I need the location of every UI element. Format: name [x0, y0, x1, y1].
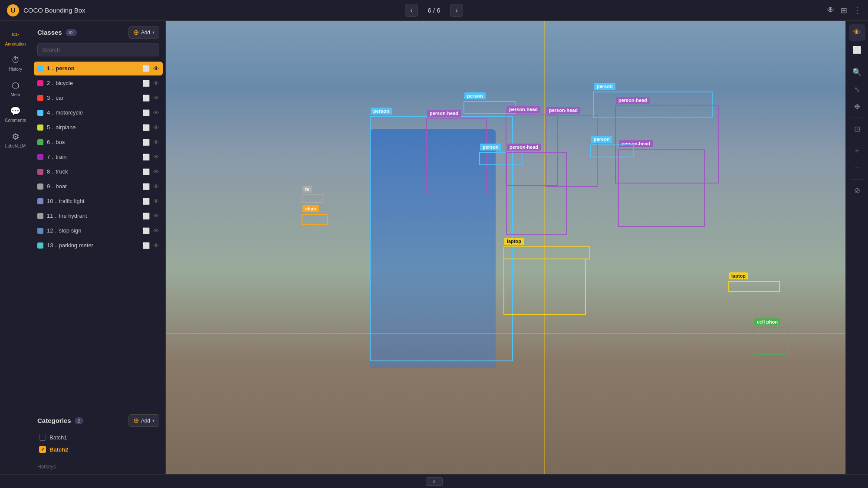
- class-eye-icon[interactable]: 👁: [153, 168, 159, 175]
- class-rect-icon[interactable]: ⬜: [142, 198, 150, 205]
- class-rect-icon[interactable]: ⬜: [142, 242, 150, 249]
- class-item-actions: ⬜ 👁: [142, 198, 159, 205]
- grid-topbar-icon[interactable]: ⊞: [841, 6, 847, 15]
- class-eye-icon[interactable]: 👁: [153, 213, 159, 219]
- sidebar-item-meta[interactable]: ⬡ Meta: [3, 77, 29, 101]
- class-item-fire-hydrant[interactable]: 11．fire hydrant ⬜ 👁: [34, 209, 163, 223]
- category-checkbox[interactable]: [39, 446, 46, 453]
- class-eye-icon[interactable]: 👁: [153, 242, 159, 249]
- class-item-label: 1．person: [47, 65, 139, 72]
- sidebar-icons: ✏ Annotation ⏱ History ⬡ Meta 💬 Comments…: [0, 21, 31, 474]
- class-search-input[interactable]: [37, 43, 159, 56]
- add-category-button[interactable]: ⊕ Add ▾: [128, 414, 159, 427]
- categories-header: Categories 2 ⊕ Add ▾: [37, 414, 159, 427]
- classes-title: Classes: [37, 29, 62, 36]
- eye-right-button[interactable]: 👁: [849, 24, 865, 41]
- comments-label: Comments: [5, 118, 26, 123]
- class-rect-icon[interactable]: ⬜: [142, 139, 150, 146]
- class-eye-icon[interactable]: 👁: [153, 80, 159, 87]
- sidebar-item-annotation[interactable]: ✏ Annotation: [3, 26, 29, 50]
- class-item-parking-meter[interactable]: 13．parking meter ⬜ 👁: [34, 239, 163, 252]
- classes-title-group: Classes 82: [37, 29, 77, 36]
- class-eye-icon[interactable]: 👁: [153, 154, 159, 160]
- class-color-dot: [37, 242, 43, 249]
- categories-count-badge: 2: [75, 417, 83, 424]
- class-color-dot: [37, 139, 43, 145]
- class-eye-icon[interactable]: 👁: [153, 198, 159, 205]
- class-eye-icon[interactable]: 👁: [153, 139, 159, 146]
- class-eye-icon[interactable]: 👁: [153, 109, 159, 116]
- class-rect-icon[interactable]: ⬜: [142, 154, 150, 160]
- class-eye-icon[interactable]: 👁: [153, 124, 159, 131]
- class-item-bicycle[interactable]: 2．bicycle ⬜ 👁: [34, 76, 163, 90]
- toolbar-divider-1: [851, 61, 864, 61]
- person-silhouette-1: [370, 129, 496, 368]
- transform-right-button[interactable]: ⤡: [849, 81, 865, 98]
- panel-divider: [31, 407, 165, 407]
- class-item-car[interactable]: 3．car ⬜ 👁: [34, 91, 163, 105]
- class-rect-icon[interactable]: ⬜: [142, 183, 150, 190]
- class-rect-icon[interactable]: ⬜: [142, 168, 150, 175]
- class-item-stop-sign[interactable]: 12．stop sign ⬜ 👁: [34, 224, 163, 238]
- class-eye-icon[interactable]: 👁: [153, 227, 159, 234]
- meta-label: Meta: [10, 92, 20, 97]
- menu-topbar-icon[interactable]: ⋮: [853, 6, 861, 15]
- canvas-area[interactable]: personpersonperson-headperson-headperson…: [166, 21, 845, 474]
- sidebar-item-history[interactable]: ⏱ History: [3, 52, 29, 75]
- class-item-label: 7．train: [47, 153, 139, 161]
- category-item-Batch2[interactable]: Batch2: [37, 443, 159, 455]
- class-rect-icon[interactable]: ⬜: [142, 227, 150, 234]
- class-rect-icon[interactable]: ⬜: [142, 65, 150, 72]
- add-class-button[interactable]: ⊕ Add ▾: [128, 26, 159, 39]
- sidebar-item-comments[interactable]: 💬 Comments: [3, 102, 29, 126]
- zoom-in-right-button[interactable]: +: [849, 143, 865, 159]
- class-item-label: 11．fire hydrant: [47, 212, 139, 220]
- right-toolbar: 👁 ⬜ 🔍 ⤡ ✥ ⊡ + − ⊘: [845, 21, 868, 474]
- prev-button[interactable]: ‹: [405, 4, 418, 17]
- category-item-Batch1[interactable]: Batch1: [37, 431, 159, 443]
- class-item-label: 10．traffic light: [47, 197, 139, 205]
- topbar: U COCO Bounding Box ‹ 6 / 6 › 👁 ⊞ ⋮: [0, 0, 868, 21]
- reset-right-button[interactable]: ⊘: [849, 182, 865, 199]
- class-item-person[interactable]: 1．person ⬜ 👁: [34, 62, 163, 75]
- classes-list: 1．person ⬜ 👁 2．bicycle ⬜ 👁 3．car ⬜ 👁 4．m…: [31, 62, 165, 405]
- class-rect-icon[interactable]: ⬜: [142, 213, 150, 219]
- class-color-dot: [37, 183, 43, 190]
- class-item-boat[interactable]: 9．boat ⬜ 👁: [34, 180, 163, 193]
- class-rect-icon[interactable]: ⬜: [142, 124, 150, 131]
- move-right-button[interactable]: ✥: [849, 98, 865, 115]
- zoom-out-right-button[interactable]: −: [849, 160, 865, 177]
- next-button[interactable]: ›: [450, 4, 463, 17]
- class-eye-icon[interactable]: 👁: [153, 65, 159, 72]
- sidebar-item-label-llm[interactable]: ⚙ Label-LLM: [3, 128, 29, 152]
- class-item-motorcycle[interactable]: 4．motorcycle ⬜ 👁: [34, 106, 163, 120]
- category-checkbox[interactable]: [39, 434, 46, 441]
- classes-count-badge: 82: [66, 29, 77, 36]
- toolbar-divider-2: [851, 118, 864, 118]
- class-item-actions: ⬜ 👁: [142, 227, 159, 234]
- class-item-label: 12．stop sign: [47, 227, 139, 235]
- hotkeys-bar[interactable]: Hotkeys: [31, 459, 165, 474]
- rect-right-button[interactable]: ⬜: [849, 42, 865, 58]
- eye-topbar-icon[interactable]: 👁: [827, 6, 835, 15]
- class-item-label: 2．bicycle: [47, 79, 139, 87]
- class-item-train[interactable]: 7．train ⬜ 👁: [34, 150, 163, 164]
- class-eye-icon[interactable]: 👁: [153, 95, 159, 102]
- history-label: History: [9, 67, 22, 72]
- class-item-truck[interactable]: 8．truck ⬜ 👁: [34, 165, 163, 179]
- class-rect-icon[interactable]: ⬜: [142, 109, 150, 116]
- class-item-airplane[interactable]: 5．airplane ⬜ 👁: [34, 121, 163, 134]
- class-item-bus[interactable]: 6．bus ⬜ 👁: [34, 135, 163, 149]
- class-item-label: 4．motorcycle: [47, 109, 139, 117]
- categories-title: Categories: [37, 417, 71, 424]
- search-right-button[interactable]: 🔍: [849, 64, 865, 80]
- class-item-actions: ⬜ 👁: [142, 168, 159, 175]
- collapse-button[interactable]: ∧: [426, 477, 443, 486]
- class-rect-icon[interactable]: ⬜: [142, 95, 150, 102]
- bottom-bar: ∧: [0, 474, 868, 488]
- class-rect-icon[interactable]: ⬜: [142, 80, 150, 87]
- class-eye-icon[interactable]: 👁: [153, 183, 159, 190]
- class-item-traffic-light[interactable]: 10．traffic light ⬜ 👁: [34, 194, 163, 208]
- crop-right-button[interactable]: ⊡: [849, 121, 865, 137]
- class-item-actions: ⬜ 👁: [142, 154, 159, 160]
